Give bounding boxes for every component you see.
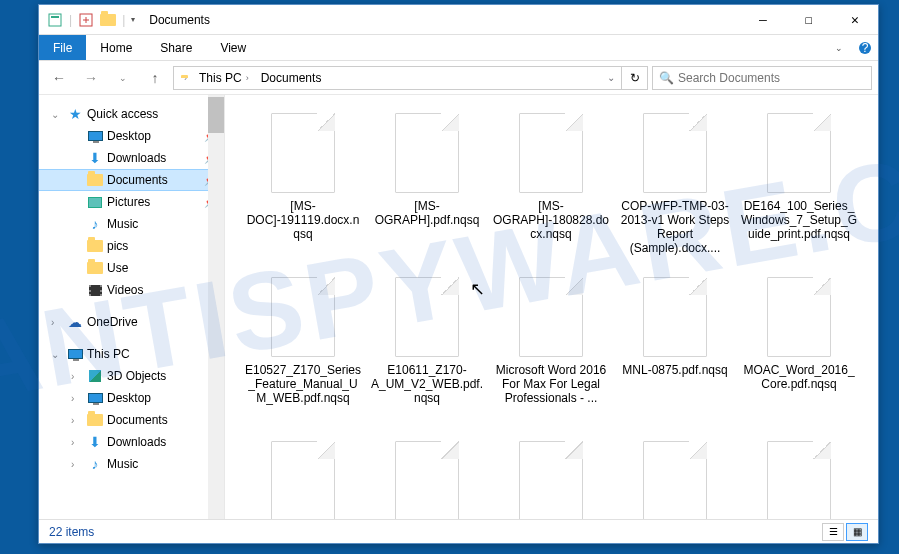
refresh-button[interactable]: ↻ <box>621 66 647 90</box>
svg-text:?: ? <box>862 41 869 55</box>
explorer-window: | | ▾ Documents — ☐ ✕ File Home Share Vi… <box>38 4 879 544</box>
file-icon <box>271 113 335 193</box>
nav-tree: ⌄★ Quick access Desktop📌⬇Downloads📌Docum… <box>39 95 225 520</box>
file-icon <box>767 277 831 357</box>
note-icon: ♪ <box>87 216 103 232</box>
tree-item[interactable]: ›⬇Downloads <box>39 431 224 453</box>
minimize-button[interactable]: — <box>740 5 786 35</box>
close-button[interactable]: ✕ <box>832 5 878 35</box>
file-item[interactable]: MOAC_Word_2016_Core.pdf.nqsq <box>737 269 861 433</box>
file-item[interactable]: E10527_Z170_Series_Feature_Manual_UM_WEB… <box>241 269 365 433</box>
mon-icon <box>87 128 103 144</box>
file-icon <box>643 277 707 357</box>
cube-icon <box>87 368 103 384</box>
tree-onedrive[interactable]: ›☁ OneDrive <box>39 311 224 333</box>
new-folder-icon[interactable] <box>78 12 94 28</box>
file-name: DE164_100_Series_Windows_7_Setup_Guide_p… <box>740 199 858 241</box>
file-item[interactable] <box>613 433 737 520</box>
note-icon: ♪ <box>87 456 103 472</box>
tree-item[interactable]: ›Desktop <box>39 387 224 409</box>
sidebar-scrollbar[interactable] <box>208 95 224 520</box>
file-item[interactable]: DE164_100_Series_Windows_7_Setup_Guide_p… <box>737 105 861 269</box>
file-icon <box>395 277 459 357</box>
qat-divider: | <box>69 13 72 27</box>
tree-item[interactable]: ⬇Downloads📌 <box>39 147 224 169</box>
back-button[interactable]: ← <box>45 66 73 90</box>
file-icon <box>767 441 831 520</box>
tree-item[interactable]: ›Documents <box>39 409 224 431</box>
file-name: [MS-DOC]-191119.docx.nqsq <box>244 199 362 241</box>
maximize-button[interactable]: ☐ <box>786 5 832 35</box>
file-item[interactable] <box>365 433 489 520</box>
tree-item[interactable]: Videos <box>39 279 224 301</box>
tab-home[interactable]: Home <box>86 35 146 60</box>
file-icon <box>395 113 459 193</box>
fold-icon <box>87 412 103 428</box>
fold-icon <box>87 172 103 188</box>
file-icon <box>395 441 459 520</box>
tab-share[interactable]: Share <box>146 35 206 60</box>
file-item[interactable] <box>737 433 861 520</box>
forward-button[interactable]: → <box>77 66 105 90</box>
file-item[interactable] <box>241 433 365 520</box>
film-icon <box>87 282 103 298</box>
fold-icon <box>87 238 103 254</box>
help-icon[interactable]: ? <box>852 35 878 60</box>
properties-icon[interactable] <box>47 12 63 28</box>
icons-view-button[interactable]: ▦ <box>846 523 868 541</box>
file-icon <box>271 441 335 520</box>
mon-icon <box>87 390 103 406</box>
tree-item[interactable]: Desktop📌 <box>39 125 224 147</box>
file-item[interactable]: MNL-0875.pdf.nqsq <box>613 269 737 433</box>
pic-icon <box>87 194 103 210</box>
file-icon <box>271 277 335 357</box>
file-icon <box>519 441 583 520</box>
qat-dropdown-icon[interactable]: ▾ <box>131 15 135 24</box>
tree-item[interactable]: pics <box>39 235 224 257</box>
tree-this-pc[interactable]: ⌄ This PC <box>39 343 224 365</box>
crumb-pc[interactable]: This PC <box>199 71 242 85</box>
arrow-down-icon: ⬇ <box>87 434 103 450</box>
file-name: Microsoft Word 2016 For Max For Legal Pr… <box>492 363 610 405</box>
file-item[interactable]: COP-WFP-TMP-03-2013-v1 Work Steps Report… <box>613 105 737 269</box>
tree-item[interactable]: ›3D Objects <box>39 365 224 387</box>
tree-quick-access[interactable]: ⌄★ Quick access <box>39 103 224 125</box>
file-name: MOAC_Word_2016_Core.pdf.nqsq <box>740 363 858 391</box>
details-view-button[interactable]: ☰ <box>822 523 844 541</box>
folder-icon[interactable] <box>100 12 116 28</box>
tree-item[interactable]: Documents📌 <box>39 169 224 191</box>
tree-item[interactable]: Pictures📌 <box>39 191 224 213</box>
ribbon-expand-icon[interactable]: ⌄ <box>826 35 852 60</box>
qat-divider: | <box>122 13 125 27</box>
file-item[interactable]: [MS-OGRAPH]-180828.docx.nqsq <box>489 105 613 269</box>
tab-view[interactable]: View <box>206 35 260 60</box>
file-icon <box>643 441 707 520</box>
svg-rect-1 <box>51 16 59 18</box>
up-button[interactable]: ↑ <box>141 66 169 90</box>
file-item[interactable]: Microsoft Word 2016 For Max For Legal Pr… <box>489 269 613 433</box>
tree-item[interactable]: ›♪Music <box>39 453 224 475</box>
recent-dropdown[interactable]: ⌄ <box>109 66 137 90</box>
tree-item[interactable]: Use <box>39 257 224 279</box>
file-name: E10527_Z170_Series_Feature_Manual_UM_WEB… <box>244 363 362 405</box>
tree-item[interactable]: ♪Music <box>39 213 224 235</box>
crumb-folder[interactable]: Documents <box>261 71 322 85</box>
fold-icon <box>87 260 103 276</box>
address-bar: ← → ⌄ ↑ › This PC› Documents ⌄ ↻ 🔍 <box>39 61 878 95</box>
status-bar: 22 items ☰ ▦ <box>39 519 878 543</box>
file-item[interactable]: [MS-OGRAPH].pdf.nqsq <box>365 105 489 269</box>
file-item[interactable] <box>489 433 613 520</box>
file-icon <box>767 113 831 193</box>
window-title: Documents <box>149 13 210 27</box>
breadcrumb[interactable]: › This PC› Documents ⌄ ↻ <box>173 66 648 90</box>
file-pane[interactable]: [MS-DOC]-191119.docx.nqsq[MS-OGRAPH].pdf… <box>225 95 878 520</box>
item-count: 22 items <box>49 525 94 539</box>
search-input[interactable] <box>678 71 865 85</box>
tab-file[interactable]: File <box>39 35 86 60</box>
search-icon: 🔍 <box>659 71 674 85</box>
crumb-dropdown-icon[interactable]: ⌄ <box>601 67 621 89</box>
file-item[interactable]: [MS-DOC]-191119.docx.nqsq <box>241 105 365 269</box>
search-box[interactable]: 🔍 <box>652 66 872 90</box>
file-name: [MS-OGRAPH]-180828.docx.nqsq <box>492 199 610 241</box>
file-item[interactable]: E10611_Z170-A_UM_V2_WEB.pdf.nqsq <box>365 269 489 433</box>
